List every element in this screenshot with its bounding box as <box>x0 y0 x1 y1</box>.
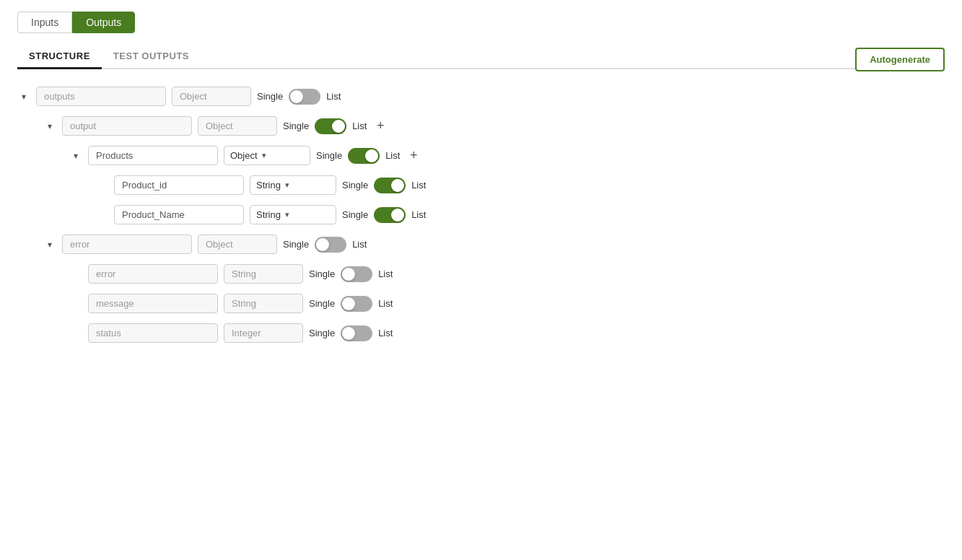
toggle-product-name-row[interactable] <box>374 207 406 223</box>
tab-bar: Inputs Outputs <box>17 12 945 33</box>
list-label-message-row: List <box>378 298 393 309</box>
type-dropdown-arrow-product-name-row: ▾ <box>285 210 289 219</box>
plus-button-products-row[interactable]: + <box>406 148 421 164</box>
list-label-product-id-row: List <box>411 180 426 191</box>
toggle-knob-error-field-row <box>342 268 355 281</box>
toggle-knob-status-row <box>342 327 355 340</box>
type-input-status-row <box>224 323 303 343</box>
name-input-products-row[interactable] <box>88 146 218 165</box>
chevron-output-row[interactable]: ▾ <box>43 120 56 133</box>
toggle-knob-product-id-row <box>391 179 404 192</box>
toggle-output-row[interactable] <box>315 118 346 134</box>
chevron-products-row[interactable]: ▾ <box>69 149 82 162</box>
tree-row-products-row: ▾Object▾SingleList+ <box>17 146 945 165</box>
main-container: Inputs Outputs STRUCTURE TEST OUTPUTS Au… <box>0 0 962 364</box>
tree-row-message-row: SingleList <box>17 294 945 313</box>
tree-row-status-row: SingleList <box>17 323 945 343</box>
tree-row-product-name-row: String▾SingleList <box>17 205 945 224</box>
toggle-knob-product-name-row <box>391 209 404 222</box>
tree-row-product-id-row: String▾SingleList <box>17 175 945 195</box>
list-label-output-row: List <box>352 121 367 131</box>
list-label-outputs-row: List <box>326 91 341 102</box>
toggle-knob-output-row <box>332 120 345 133</box>
type-input-error-row <box>198 235 277 254</box>
list-label-status-row: List <box>378 328 393 338</box>
tree: ▾SingleList▾SingleList+▾Object▾SingleLis… <box>17 87 945 343</box>
toggle-knob-message-row <box>342 297 355 310</box>
tree-row-error-row: ▾SingleList <box>17 235 945 254</box>
toggle-knob-products-row <box>365 149 378 162</box>
sub-tab-test-outputs[interactable]: TEST OUTPUTS <box>102 45 201 69</box>
type-input-output-row <box>198 116 277 136</box>
single-label-products-row: Single <box>316 150 342 161</box>
toggle-products-row[interactable] <box>348 148 380 164</box>
list-label-error-row: List <box>352 239 367 250</box>
single-label-output-row: Single <box>283 121 309 131</box>
single-label-message-row: Single <box>309 298 335 309</box>
type-input-error-field-row <box>224 264 303 284</box>
name-input-output-row <box>62 116 192 136</box>
toggle-message-row[interactable] <box>341 296 372 312</box>
toggle-knob-error-row <box>316 238 329 251</box>
plus-button-output-row[interactable]: + <box>372 118 388 134</box>
type-label-product-id-row: String <box>256 180 281 191</box>
name-input-product-id-row[interactable] <box>114 175 244 195</box>
type-dropdown-products-row[interactable]: Object▾ <box>224 146 310 165</box>
name-input-error-row <box>62 235 192 254</box>
type-input-message-row <box>224 294 303 313</box>
list-label-products-row: List <box>385 150 400 161</box>
single-label-product-name-row: Single <box>342 209 368 220</box>
single-label-outputs-row: Single <box>257 91 283 102</box>
toggle-knob-outputs-row <box>290 90 303 103</box>
sub-tab-bar: STRUCTURE TEST OUTPUTS Autogenerate <box>17 45 945 69</box>
list-label-error-field-row: List <box>378 268 393 279</box>
name-input-status-row <box>88 323 218 343</box>
tab-inputs[interactable]: Inputs <box>17 12 72 33</box>
sub-tab-structure[interactable]: STRUCTURE <box>17 45 102 69</box>
type-dropdown-product-id-row[interactable]: String▾ <box>250 175 336 195</box>
single-label-product-id-row: Single <box>342 180 368 191</box>
tree-row-outputs-row: ▾SingleList <box>17 87 945 106</box>
type-label-product-name-row: String <box>256 209 281 220</box>
type-dropdown-arrow-products-row: ▾ <box>262 151 266 160</box>
tree-row-output-row: ▾SingleList+ <box>17 116 945 136</box>
name-input-product-name-row[interactable] <box>114 205 244 224</box>
chevron-outputs-row[interactable]: ▾ <box>17 90 30 103</box>
toggle-status-row[interactable] <box>341 325 372 341</box>
toggle-error-field-row[interactable] <box>341 266 372 282</box>
toggle-error-row[interactable] <box>315 237 346 253</box>
type-input-outputs-row <box>172 87 251 106</box>
tab-outputs[interactable]: Outputs <box>72 12 135 33</box>
toggle-product-id-row[interactable] <box>374 178 406 193</box>
name-input-message-row <box>88 294 218 313</box>
single-label-status-row: Single <box>309 328 335 338</box>
list-label-product-name-row: List <box>411 209 426 220</box>
tree-row-error-field-row: SingleList <box>17 264 945 284</box>
autogenerate-button[interactable]: Autogenerate <box>855 48 945 71</box>
type-dropdown-product-name-row[interactable]: String▾ <box>250 205 336 224</box>
single-label-error-row: Single <box>283 239 309 250</box>
type-label-products-row: Object <box>230 150 258 161</box>
single-label-error-field-row: Single <box>309 268 335 279</box>
chevron-error-row[interactable]: ▾ <box>43 238 56 251</box>
type-dropdown-arrow-product-id-row: ▾ <box>285 180 289 190</box>
name-input-outputs-row <box>36 87 166 106</box>
toggle-outputs-row[interactable] <box>289 89 320 105</box>
name-input-error-field-row <box>88 264 218 284</box>
